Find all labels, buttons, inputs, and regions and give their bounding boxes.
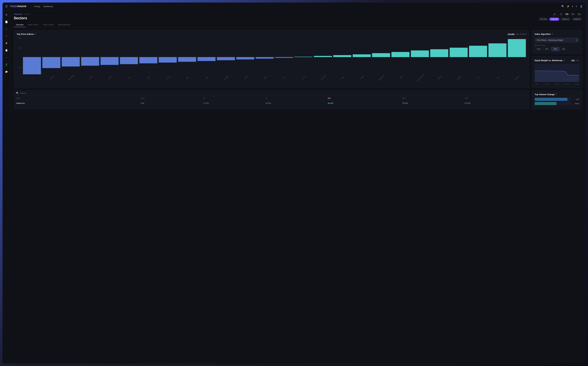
tab-token-charts[interactable]: Token Charts [41, 23, 56, 27]
chip-adma10[interactable]: ADMA-10 [560, 18, 571, 21]
nav-pricing[interactable]: Pricing [34, 5, 40, 8]
row-30d: 45.41% [328, 102, 402, 104]
tp-label-12m: YTD [578, 15, 580, 16]
info-circle-icon[interactable]: ⓘ [35, 33, 36, 35]
info-icon[interactable]: ℹ [572, 5, 573, 8]
svg-rect-6 [42, 57, 60, 68]
top-volume-change-title: Top Volume Change ⓘ [535, 93, 579, 96]
sidebar-activity-icon[interactable]: ⚡ [4, 41, 9, 45]
right-panels: Index Algorithm ⓘ Price Return - Marketc… [532, 30, 582, 88]
col-12m[interactable]: 12M [465, 97, 527, 99]
header: ☰ TOKENRADAR Pricing Dashboard 🔍 ⚡ ℹ ☀ 👤 [2, 2, 586, 10]
time-periods: 1D TODAY 7D WTD 30D MTD 90D [551, 13, 582, 16]
logo: TOKENRADAR [10, 5, 26, 8]
sidebar-file2-icon[interactable]: 📁 [4, 69, 9, 74]
svg-rect-27 [450, 48, 468, 57]
chip-top300[interactable]: TOP-300 [549, 18, 559, 21]
table-row: Stablecoins 0.39 17.12% 16.51% 45.41% 68… [14, 101, 529, 106]
chart-type-line[interactable]: LINE [516, 33, 519, 35]
svg-rect-19 [294, 57, 312, 57]
chip-adma50[interactable]: ADMA-50 [572, 18, 582, 21]
svg-rect-14 [198, 57, 216, 61]
header-actions: 🔍 ⚡ ℹ ☀ 👤 [561, 5, 583, 8]
chart-type-column[interactable]: COLUMN [508, 33, 514, 35]
search-icon[interactable]: 🔍 [561, 5, 564, 8]
svg-rect-16 [236, 57, 254, 60]
chart-type-buttons: COLUMN LINE BUBBLE [508, 33, 526, 35]
svg-rect-26 [430, 49, 448, 57]
tp-code-90d: 90D [572, 13, 575, 15]
svg-rect-22 [353, 54, 371, 57]
currency-sol[interactable]: SOL [560, 47, 568, 51]
svg-rect-15 [217, 57, 235, 60]
time-period-1d[interactable]: 1D TODAY [551, 13, 558, 16]
row-index-name: Stablecoins [16, 102, 141, 104]
btn-abs[interactable]: ABS [576, 60, 579, 61]
svg-rect-8 [81, 57, 99, 66]
sidebar-report-icon[interactable]: 📋 [4, 48, 9, 53]
date-17feb: 17 Feb [555, 84, 559, 85]
time-period-30d[interactable]: 30D MTD [564, 13, 570, 16]
sidebar-external-icon[interactable]: ↗ [5, 55, 8, 60]
index-algorithm-panel: Index Algorithm ⓘ Price Return - Marketc… [532, 30, 582, 54]
menu-button[interactable]: ☰ [5, 5, 8, 8]
sidebar-file-icon[interactable]: 📄 [4, 20, 9, 24]
x-labels: De...AI AgentsLiquid StakingGamingOracle… [22, 77, 526, 85]
tp-label-7d: WTD [560, 15, 563, 16]
equal-weight-chart [535, 64, 579, 82]
index-info-icon[interactable]: ⓘ [551, 33, 553, 35]
svg-rect-29 [488, 43, 507, 57]
sidebar-dollar2-icon[interactable]: 💲 [4, 62, 9, 67]
svg-rect-10 [120, 57, 138, 64]
col-1d[interactable]: 1D [203, 97, 265, 99]
btn-diff[interactable]: DIFF [571, 60, 575, 61]
equal-weight-title: Equal Weight vs. Marketcap ⓘ DIFF ABS [535, 59, 579, 61]
time-period-90d[interactable]: 90D QTD [570, 13, 576, 16]
content: Dashboard / Sectors Sectors 1D TODAY 7D … [10, 10, 586, 364]
svg-rect-17 [256, 57, 274, 59]
equal-weight-panel: Equal Weight vs. Marketcap ⓘ DIFF ABS [532, 56, 582, 88]
vol-bar-fill-media [535, 102, 557, 105]
chip-top100[interactable]: TOP-100 [538, 18, 548, 21]
theme-icon[interactable]: ☀ [575, 5, 577, 8]
col-index: Index [16, 97, 141, 99]
tab-overview[interactable]: Overview [14, 23, 26, 27]
row-1d: 17.12% [203, 102, 265, 104]
col-7d[interactable]: 7D [265, 97, 328, 99]
chevron-down-icon: ▾ [576, 39, 577, 41]
sidebar-target-icon[interactable]: ◎ [5, 27, 8, 31]
algorithm-dropdown[interactable]: Price Return - Marketcap Weight ▾ [535, 38, 579, 43]
sidebar-dashboard-icon[interactable]: ⊞ [5, 13, 8, 17]
time-period-7d[interactable]: 7D WTD [558, 13, 564, 16]
col-90d[interactable]: 90D [402, 97, 465, 99]
equal-weight-info-icon[interactable]: ⓘ [563, 59, 565, 61]
currency-btc[interactable]: BTC [543, 47, 551, 51]
nav-links: Pricing Dashboard [34, 5, 562, 8]
filter-icon[interactable]: ⚡ [567, 5, 570, 8]
logo-token: TOKEN [10, 5, 18, 8]
nav-dashboard[interactable]: Dashboard [43, 5, 53, 8]
date-24feb: 24 Feb [565, 84, 569, 85]
sidebar-dollar-icon[interactable]: $ [5, 34, 8, 38]
volume-chart: CEX Media [535, 98, 579, 105]
chart-type-bubble[interactable]: BUBBLE [520, 33, 526, 35]
sidebar: ⊞ 📄 ◎ $ ⚡ 📋 ↗ 💲 📁 [2, 10, 10, 364]
currency-usd[interactable]: USD [535, 47, 542, 51]
breadcrumb-parent[interactable]: Dashboard [14, 13, 22, 15]
logo-radar: RADAR [18, 5, 26, 8]
search-input[interactable] [20, 92, 527, 94]
svg-rect-7 [62, 57, 80, 67]
date-3mar: 3 Mar [575, 84, 579, 85]
svg-rect-28 [469, 46, 487, 57]
breadcrumb-current: Sectors [24, 13, 30, 15]
sort-icon: ↓ [331, 97, 332, 99]
date-3feb: 3 Feb [535, 84, 538, 85]
tab-index-charts[interactable]: Index Charts [26, 23, 41, 27]
currency-eth[interactable]: ETH [552, 47, 559, 51]
time-period-12m[interactable]: 12M YTD [576, 13, 582, 16]
user-icon[interactable]: 👤 [580, 5, 583, 8]
col-30d[interactable]: 30D ↓ [328, 97, 402, 99]
tab-news-mentions[interactable]: News Mentions [56, 23, 73, 27]
y-label-3: -25% [18, 67, 21, 69]
volume-info-icon[interactable]: ⓘ [556, 93, 557, 96]
